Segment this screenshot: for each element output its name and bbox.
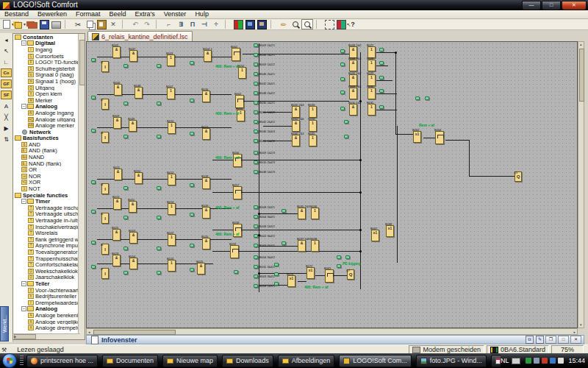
tree-item-nor[interactable]: ≥oNOR [13, 173, 79, 180]
connector-flag[interactable] [340, 49, 345, 53]
connector-flag[interactable] [344, 135, 348, 138]
connector-flag[interactable] [340, 77, 345, 81]
scroll-up-arrow-icon[interactable]: ▴ [580, 42, 582, 47]
connector-flag[interactable] [91, 241, 96, 244]
tree-item-timer[interactable]: −Timer [13, 198, 79, 205]
tree-item-analoge-vergelijke[interactable]: AAnaloge vergelijke [13, 319, 79, 325]
connector-flag[interactable] [340, 91, 345, 94]
document-tab[interactable]: 6_relais_kantine_definitief.lsc [87, 31, 193, 41]
function-block-b009[interactable]: B009& [113, 117, 121, 129]
tree-item-asynchrone-impuls[interactable]: TAsynchrone impuls [13, 243, 79, 250]
function-block-i7[interactable]: I7I [101, 268, 109, 279]
tree-item-analoge-berekenin[interactable]: AAnaloge berekenin [13, 312, 79, 319]
function-block-b047[interactable]: B047& [129, 50, 137, 62]
tree-item-analoog[interactable]: −Analoog [13, 306, 79, 313]
connector-flag[interactable]: B004 3&4/2 [254, 255, 258, 259]
function-block-b023[interactable]: B023& [112, 255, 121, 266]
panel-restore-button[interactable]: ❐ [545, 336, 556, 344]
function-block-b021[interactable]: B021& [112, 229, 121, 241]
connector-flag[interactable] [379, 48, 384, 52]
connector-flag[interactable] [340, 63, 345, 66]
language-indicator[interactable]: NL [501, 357, 509, 364]
connector-flag[interactable] [337, 264, 341, 268]
align-center-button[interactable]: Π [187, 19, 198, 29]
function-block-b004-1[interactable]: B004 1& [204, 50, 212, 62]
tree-item-flank-getriggerd-wi[interactable]: Tflank getriggerd wi [13, 236, 79, 243]
function-block-b061[interactable]: B061 [325, 269, 334, 283]
tree-item-speciale-functies[interactable]: Speciale functies [13, 192, 79, 199]
taskbar-button-logo-soft-com-[interactable]: LOGO!Soft Com... [339, 355, 412, 367]
function-block-b072[interactable]: B072≥1 [306, 267, 315, 279]
function-block-i6[interactable]: I6I [101, 244, 109, 255]
connector-flag[interactable] [190, 213, 194, 216]
function-block-i3[interactable]: I3I [101, 132, 109, 143]
scroll-left-arrow-icon[interactable]: ◂ [88, 330, 90, 335]
connector-flag[interactable] [157, 271, 161, 275]
split-connection-tool[interactable]: ╳ [1, 113, 11, 121]
connector-flag[interactable] [157, 102, 161, 105]
connector-flag[interactable] [123, 102, 128, 105]
delete-button[interactable] [107, 19, 119, 29]
function-block-b035-2-3[interactable]: B035 2&3& [298, 208, 306, 219]
function-block-b032-5-6[interactable]: B032 5&6& [292, 120, 300, 132]
block-colors-button[interactable] [335, 19, 347, 29]
online-test-button[interactable] [244, 19, 256, 29]
select-frame-button[interactable] [323, 19, 335, 29]
function-block-b010-1-2[interactable]: B010 1&2& [349, 104, 357, 116]
zoom-out-button[interactable] [301, 19, 313, 29]
connector-tool[interactable]: ∟ [1, 57, 11, 66]
tree-item-merker[interactable]: MMerker [13, 97, 79, 104]
tree-expander[interactable]: − [21, 281, 26, 286]
function-block-b062[interactable]: B062≥1 [413, 131, 421, 143]
connector-flag[interactable] [190, 99, 194, 102]
collapse-panel[interactable]: ◂ [1, 35, 11, 44]
tree-item-and-flank-[interactable]: &↑AND (flank) [13, 148, 79, 155]
function-block-b019[interactable]: B019& [202, 207, 210, 219]
progress-panel[interactable]: Werkt... [0, 306, 9, 342]
connector-flag[interactable]: B002 3&4/2 [254, 234, 258, 238]
connector-flag[interactable] [190, 61, 194, 65]
menu-bewerken[interactable]: Bewerken [33, 10, 71, 18]
taskbar-clock[interactable]: 15:44 [568, 357, 585, 364]
tree-item-analoge-ingang[interactable]: AIAnaloge ingang [13, 110, 79, 116]
function-block-b040-2-3[interactable]: B040 2&3& [292, 135, 300, 146]
function-block-b031[interactable]: B0311 [368, 104, 376, 116]
taskbar-button-nieuwe-map[interactable]: Nieuwe map [162, 355, 218, 367]
connector-flag[interactable] [190, 268, 194, 272]
connector-flag[interactable] [379, 89, 384, 93]
tree-item-vertraagde-inschak[interactable]: TVertraagde inschak [13, 205, 79, 211]
function-block-b005[interactable]: B005& [112, 46, 121, 58]
function-block-b054[interactable]: B054& [129, 258, 137, 269]
taskbar-button-printscreen-hoe-[interactable]: printscreen hoe ... [26, 355, 98, 367]
connector-flag[interactable]: B042 2&4/2 [254, 120, 258, 124]
connector-flag[interactable] [123, 64, 128, 68]
start-button[interactable] [2, 353, 17, 368]
tree-item-inschakelvertragin[interactable]: TInschakelvertragin [13, 224, 79, 230]
function-block-b053[interactable]: B053& [129, 232, 137, 244]
tree-item-and[interactable]: &AND [13, 141, 79, 148]
function-block-i4[interactable]: I4I [101, 183, 109, 194]
taskbar-button-downloads[interactable]: Downloads [222, 355, 273, 367]
connector-flag[interactable] [415, 96, 420, 100]
zoom-in-button[interactable] [290, 19, 301, 29]
text-tool[interactable]: A [1, 102, 11, 110]
tree-item-signaal-0-laag-[interactable]: loSignaal 0 (laag) [13, 72, 79, 79]
connector-flag[interactable]: B048 1&2/3 [254, 170, 258, 174]
tree-item-analoge-merker[interactable]: AMAnaloge merker [13, 122, 79, 129]
function-block-b041[interactable]: B0411 [309, 135, 317, 146]
network-tray-icon[interactable] [534, 358, 539, 364]
antivirus-tray-icon[interactable] [526, 358, 531, 364]
connector-flag[interactable]: B009 3&4/1 [254, 244, 258, 247]
connector-flag[interactable] [157, 64, 161, 68]
tree-item-ingang[interactable]: IIngang [13, 46, 79, 53]
connector-flag[interactable] [157, 247, 161, 250]
taskbar-button-foto-jpg-wind-[interactable]: foto.JPG - Wind... [416, 355, 487, 367]
function-block-b003[interactable]: B0031 [167, 54, 175, 66]
connector-flag[interactable] [337, 255, 341, 259]
function-block-b048[interactable]: B048& [135, 87, 143, 99]
function-block-b001[interactable]: B001 [232, 48, 240, 61]
function-block-b059[interactable]: B059 [230, 245, 239, 258]
align-top-button[interactable]: ⌐ [163, 19, 175, 29]
maximize-button[interactable]: □ [542, 1, 561, 10]
function-block-b008-3-4[interactable]: B008 3&4& [349, 60, 357, 71]
